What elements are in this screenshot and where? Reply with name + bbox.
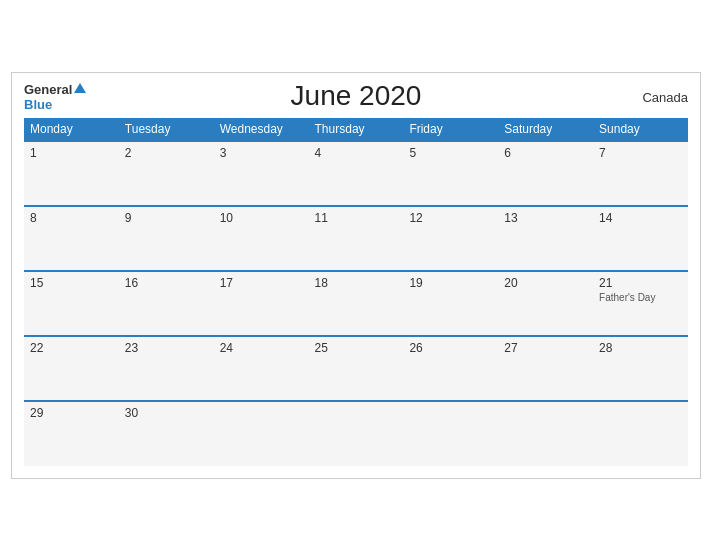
day-number: 7: [599, 146, 682, 160]
day-number: 9: [125, 211, 208, 225]
day-number: 11: [315, 211, 398, 225]
day-number: 25: [315, 341, 398, 355]
day-cell: 30: [119, 401, 214, 466]
calendar-title: June 2020: [291, 80, 422, 112]
day-number: 30: [125, 406, 208, 420]
weekday-header-row: MondayTuesdayWednesdayThursdayFridaySatu…: [24, 118, 688, 141]
day-number: 20: [504, 276, 587, 290]
day-cell: 10: [214, 206, 309, 271]
day-cell: 17: [214, 271, 309, 336]
day-cell: 2: [119, 141, 214, 206]
day-event: Father's Day: [599, 292, 682, 303]
day-cell: 18: [309, 271, 404, 336]
day-number: 26: [409, 341, 492, 355]
day-number: 18: [315, 276, 398, 290]
weekday-header-thursday: Thursday: [309, 118, 404, 141]
day-number: 2: [125, 146, 208, 160]
week-row-3: 15161718192021Father's Day: [24, 271, 688, 336]
logo: General Blue: [24, 83, 86, 112]
day-number: 29: [30, 406, 113, 420]
weekday-header-saturday: Saturday: [498, 118, 593, 141]
weekday-header-wednesday: Wednesday: [214, 118, 309, 141]
day-cell: 15: [24, 271, 119, 336]
day-cell: 12: [403, 206, 498, 271]
day-cell: 5: [403, 141, 498, 206]
day-cell: [498, 401, 593, 466]
weekday-header-friday: Friday: [403, 118, 498, 141]
week-row-1: 1234567: [24, 141, 688, 206]
day-number: 14: [599, 211, 682, 225]
day-cell: 4: [309, 141, 404, 206]
day-number: 13: [504, 211, 587, 225]
day-cell: [403, 401, 498, 466]
day-number: 12: [409, 211, 492, 225]
calendar: General Blue June 2020 Canada MondayTues…: [11, 72, 701, 479]
day-number: 22: [30, 341, 113, 355]
day-number: 10: [220, 211, 303, 225]
day-cell: 20: [498, 271, 593, 336]
day-cell: 19: [403, 271, 498, 336]
day-number: 15: [30, 276, 113, 290]
day-cell: 3: [214, 141, 309, 206]
day-cell: 27: [498, 336, 593, 401]
weekday-header-sunday: Sunday: [593, 118, 688, 141]
day-number: 23: [125, 341, 208, 355]
day-cell: 24: [214, 336, 309, 401]
day-number: 28: [599, 341, 682, 355]
day-cell: 16: [119, 271, 214, 336]
day-cell: 14: [593, 206, 688, 271]
day-number: 3: [220, 146, 303, 160]
day-cell: 23: [119, 336, 214, 401]
day-cell: 28: [593, 336, 688, 401]
day-cell: 9: [119, 206, 214, 271]
calendar-grid: MondayTuesdayWednesdayThursdayFridaySatu…: [24, 118, 688, 466]
week-row-2: 891011121314: [24, 206, 688, 271]
logo-general-text: General: [24, 83, 72, 96]
day-number: 5: [409, 146, 492, 160]
weekday-header-monday: Monday: [24, 118, 119, 141]
day-number: 6: [504, 146, 587, 160]
day-number: 17: [220, 276, 303, 290]
day-number: 8: [30, 211, 113, 225]
logo-triangle-icon: [74, 83, 86, 93]
day-number: 4: [315, 146, 398, 160]
day-cell: 22: [24, 336, 119, 401]
day-cell: 25: [309, 336, 404, 401]
day-number: 16: [125, 276, 208, 290]
day-number: 1: [30, 146, 113, 160]
day-cell: 26: [403, 336, 498, 401]
day-number: 21: [599, 276, 682, 290]
week-row-5: 2930: [24, 401, 688, 466]
logo-blue-text: Blue: [24, 97, 52, 112]
day-cell: 13: [498, 206, 593, 271]
calendar-country: Canada: [642, 90, 688, 105]
day-cell: 11: [309, 206, 404, 271]
day-cell: 7: [593, 141, 688, 206]
day-cell: 1: [24, 141, 119, 206]
day-cell: 6: [498, 141, 593, 206]
day-number: 24: [220, 341, 303, 355]
day-number: 27: [504, 341, 587, 355]
day-cell: [593, 401, 688, 466]
day-cell: [309, 401, 404, 466]
week-row-4: 22232425262728: [24, 336, 688, 401]
day-cell: 8: [24, 206, 119, 271]
weekday-header-tuesday: Tuesday: [119, 118, 214, 141]
day-cell: 29: [24, 401, 119, 466]
day-number: 19: [409, 276, 492, 290]
day-cell: 21Father's Day: [593, 271, 688, 336]
day-cell: [214, 401, 309, 466]
calendar-header: General Blue June 2020 Canada: [24, 83, 688, 112]
